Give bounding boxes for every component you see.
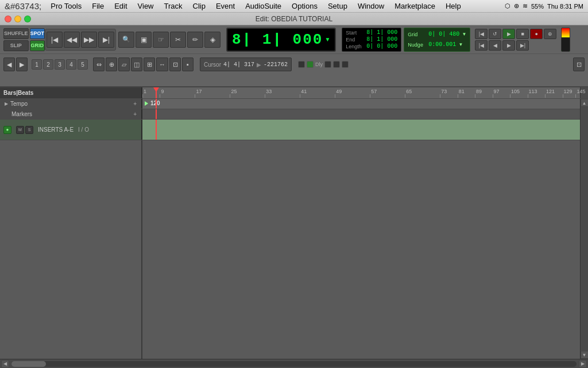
spot-button[interactable]: SPOT [30,28,45,39]
status-box-1 [298,61,305,68]
track-solo-button[interactable]: S [25,126,33,134]
tempo-add-button[interactable]: + [133,101,137,107]
right-transport: |◀ ↺ ▶ ■ ● ⊕ |◀ ◀ ▶ ▶| [475,29,556,51]
empty-headers [0,140,142,359]
extra-button[interactable]: ⊕ [544,29,556,39]
minimize-button[interactable] [14,16,21,22]
track-rec-button[interactable]: ● [3,126,11,134]
r2-tool-6[interactable]: ↔ [156,57,168,71]
start-value: 8| 1| 000 [366,29,397,36]
num-button-5[interactable]: 5 [78,59,88,70]
record-button[interactable]: ● [530,29,543,39]
scroll-down-button[interactable]: ▼ [581,351,589,359]
menu-setup[interactable]: Setup [323,1,352,11]
scroll-h-thumb[interactable] [11,361,46,367]
bars-beats-label: Bars|Beats [3,90,33,96]
menu-window[interactable]: Window [353,1,389,11]
io-label: I / O [78,126,89,133]
scroll-h-track[interactable] [11,361,577,367]
num-button-2[interactable]: 2 [43,59,53,70]
r2-edit-tools: ⇔ ⊕ ▱ ◫ ⊞ ↔ ⊡ ▪ [93,57,194,71]
scroll-up-button[interactable]: ▲ [581,99,589,107]
r2-tool-5[interactable]: ⊞ [144,57,155,71]
back-button[interactable]: ◀◀ [64,32,80,48]
menu-view[interactable]: View [133,1,158,11]
r2-tool-2[interactable]: ⊕ [106,57,117,71]
menu-track[interactable]: Track [160,1,187,11]
trim-tool-button[interactable]: ✂ [170,32,186,48]
goto-end-button[interactable]: ▶| [516,40,529,51]
num-button-4[interactable]: 4 [66,59,76,70]
start-label: Start [346,30,364,36]
pencil-tool-button[interactable]: ✏ [187,32,203,48]
shuffle-button[interactable]: SHUFFLE [3,28,29,39]
network-icon: ⊛ [514,2,519,10]
menu-help[interactable]: Help [441,1,466,11]
menu-file[interactable]: File [87,1,109,11]
r2-tool-7[interactable]: ⊡ [169,57,181,71]
bottom-scrollbar[interactable]: ◀ ▶ [0,359,588,368]
menu-options[interactable]: Options [287,1,322,11]
tempo-label: Tempo [10,101,28,107]
length-value: 0| 0| 000 [366,43,397,49]
start-row: Start 8| 1| 000 [346,29,397,36]
apple-menu[interactable]: &#63743; [5,1,41,11]
menu-event[interactable]: Event [211,1,239,11]
titlebar: Edit: OBEDIA TUTORIAL [0,13,588,25]
end-value: 8| 1| 000 [366,36,397,43]
grabber-tool-button[interactable]: ☞ [153,32,169,48]
menu-clip[interactable]: Clip [188,1,210,11]
maximize-button[interactable] [24,16,31,22]
r2-tool-3[interactable]: ▱ [118,57,130,71]
main-track-playhead [156,120,157,140]
menu-audiosuite[interactable]: AudioSuite [241,1,286,11]
zoom-button[interactable]: 🔍 [118,32,134,48]
ff-button[interactable]: ▶▶ [81,32,97,48]
r2-nav-left[interactable]: ◀ [3,57,15,71]
goto-start-button[interactable]: |◀ [475,40,488,51]
slip-button[interactable]: SLIP [3,40,29,51]
toolbar-row1: SHUFFLE SPOT SLIP GRID |◀ ◀◀ ▶▶ ▶| 🔍 ▣ ☞… [0,25,588,54]
r2-end-buttons: ⊡ [573,57,585,71]
close-button[interactable] [5,16,11,22]
scroll-left-button[interactable]: ◀ [1,360,9,368]
grid-dropdown[interactable]: ▼ [462,32,466,37]
r2-tool-1[interactable]: ⇔ [93,57,105,71]
loop-play-button[interactable]: ↺ [489,29,501,39]
end-button[interactable]: ▶| [98,32,114,48]
num-button-1[interactable]: 1 [32,59,42,70]
r2-end-1[interactable]: ⊡ [573,57,585,71]
markers-add-button[interactable]: + [133,111,137,117]
loop-back-button[interactable]: |◀ [475,29,488,39]
grid-button[interactable]: GRID [30,40,45,51]
tempo-expand[interactable]: ▶ [5,101,8,106]
play-button[interactable]: ▶ [502,29,515,39]
counter-dropdown[interactable]: ▼ [324,36,330,43]
menu-edit[interactable]: Edit [110,1,131,11]
ruler-bar[interactable]: 191725334149576573818997105113121129145 [142,87,580,99]
step-back-button[interactable]: ◀ [489,40,501,51]
r2-tool-4[interactable]: ◫ [131,57,142,71]
tempo-triangle-icon [145,101,148,106]
main-track-content[interactable] [142,120,580,140]
smart-tool-button[interactable]: ◈ [204,32,220,48]
track-mute-button[interactable]: M [16,126,24,134]
r2-nav-right[interactable]: ▶ [16,57,28,71]
rewind-button[interactable]: |◀ [47,32,63,48]
sel-panel: Start 8| 1| 000 End 8| 1| 000 Length 0| … [342,28,401,52]
markers-playhead [156,109,157,119]
right-scrollbar[interactable]: ▲ ▼ [580,99,588,359]
select-tool-button[interactable]: ▣ [136,32,152,48]
nudge-dropdown[interactable]: ▼ [458,42,463,47]
length-row: Length 0| 0| 000 [346,43,397,49]
num-button-3[interactable]: 3 [55,59,65,70]
step-fwd-button[interactable]: ▶ [502,40,515,51]
tool-buttons: 🔍 ▣ ☞ ✂ ✏ ◈ [118,32,220,48]
ruler-mark: 25 [230,87,237,98]
menu-protools[interactable]: Pro Tools [46,1,86,11]
ruler-mark: 145 [575,87,585,98]
menu-marketplace[interactable]: Marketplace [390,1,440,11]
scroll-right-button[interactable]: ▶ [579,360,587,368]
r2-tool-8[interactable]: ▪ [182,57,194,71]
stop-button[interactable]: ■ [516,29,529,39]
